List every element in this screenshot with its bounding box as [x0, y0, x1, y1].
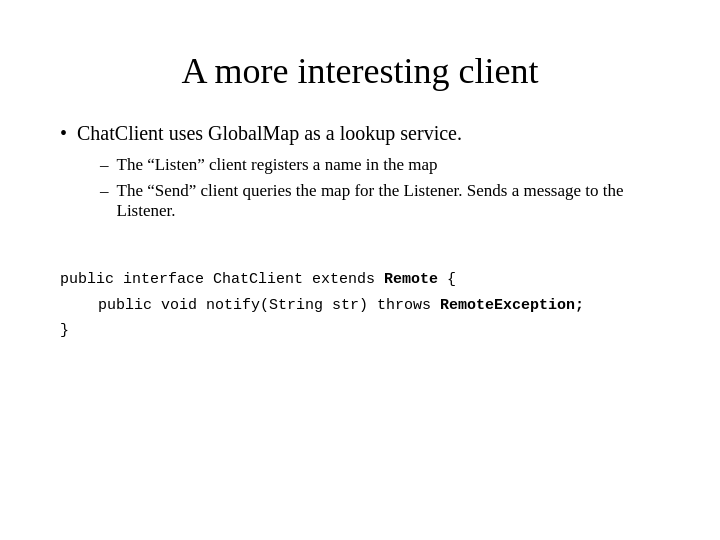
bullet-marker: • — [60, 122, 67, 145]
sub-bullet-2-text: The “Send” client queries the map for th… — [117, 181, 661, 221]
code-line-1: public interface ChatClient extends Remo… — [60, 267, 660, 293]
sub-bullets: – The “Listen” client registers a name i… — [60, 155, 660, 221]
dash-2: – — [100, 181, 109, 201]
sub-bullet-1: – The “Listen” client registers a name i… — [100, 155, 660, 175]
sub-bullet-2: – The “Send” client queries the map for … — [100, 181, 660, 221]
code-line-1-bold: Remote — [384, 271, 438, 288]
dash-1: – — [100, 155, 109, 175]
code-line-1-prefix: public interface ChatClient extends — [60, 271, 384, 288]
code-block: public interface ChatClient extends Remo… — [60, 267, 660, 344]
bullet-main: • ChatClient uses GlobalMap as a lookup … — [60, 122, 660, 145]
code-line-1-end: { — [438, 271, 456, 288]
bullet-main-text: ChatClient uses GlobalMap as a lookup se… — [77, 122, 462, 145]
slide: A more interesting client • ChatClient u… — [0, 0, 720, 540]
code-line-2-bold: RemoteException; — [440, 297, 584, 314]
sub-bullet-1-text: The “Listen” client registers a name in … — [117, 155, 438, 175]
bullet-section: • ChatClient uses GlobalMap as a lookup … — [60, 122, 660, 227]
code-line-3: } — [60, 318, 660, 344]
slide-title: A more interesting client — [60, 50, 660, 92]
code-line-2-prefix: public void notify(String str) throws — [80, 297, 440, 314]
code-line-2: public void notify(String str) throws Re… — [60, 293, 660, 319]
